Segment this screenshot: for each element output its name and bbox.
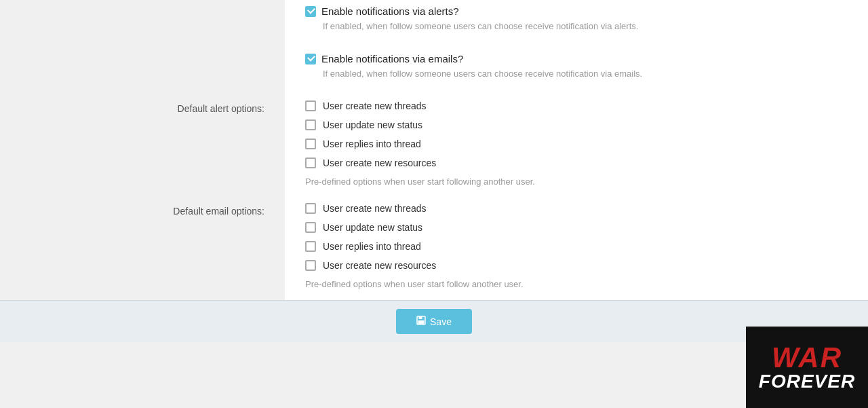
enable-alerts-input-col: Enable notifications via alerts? If enab…: [285, 0, 868, 48]
list-item: User create new threads: [305, 203, 868, 214]
list-item: User update new status: [305, 222, 868, 233]
save-label: Save: [430, 316, 452, 327]
alert-replies-checkbox[interactable]: [305, 138, 316, 149]
watermark: WAR FOREVER: [746, 327, 868, 342]
alert-replies-label[interactable]: User replies into thread: [323, 138, 421, 149]
alert-status-label[interactable]: User update new status: [323, 119, 422, 130]
enable-alerts-row: Enable notifications via alerts?: [305, 5, 868, 17]
footer: Save: [0, 300, 868, 342]
default-alert-options-label-col: Default alert options:: [0, 95, 285, 198]
list-item: User replies into thread: [305, 138, 868, 149]
default-email-options-col: User create new threads User update new …: [285, 198, 868, 300]
email-replies-label[interactable]: User replies into thread: [323, 241, 421, 252]
save-icon: [416, 316, 426, 327]
list-item: User create new resources: [305, 260, 868, 271]
enable-alerts-label[interactable]: Enable notifications via alerts?: [321, 5, 459, 17]
email-resources-checkbox[interactable]: [305, 260, 316, 271]
svg-rect-1: [419, 316, 422, 319]
alert-threads-checkbox[interactable]: [305, 100, 316, 111]
enable-alerts-checkbox[interactable]: [305, 6, 316, 17]
enable-emails-label-col: [0, 48, 285, 95]
enable-emails-row: Enable notifications via emails?: [305, 53, 868, 64]
enable-emails-label[interactable]: Enable notifications via emails?: [321, 53, 463, 64]
enable-alerts-description: If enabled, when follow someone users ca…: [323, 21, 868, 31]
default-alert-options-col: User create new threads User update new …: [285, 95, 868, 198]
alert-resources-checkbox[interactable]: [305, 157, 316, 168]
default-email-options-section: Default email options: User create new t…: [0, 198, 868, 300]
svg-rect-2: [418, 320, 425, 324]
email-options-hint: Pre-defined options when user start foll…: [305, 279, 868, 289]
alert-resources-label[interactable]: User create new resources: [323, 157, 436, 168]
list-item: User create new threads: [305, 100, 868, 111]
email-status-label[interactable]: User update new status: [323, 222, 422, 233]
email-threads-label[interactable]: User create new threads: [323, 203, 427, 214]
default-alert-options-section: Default alert options: User create new t…: [0, 95, 868, 198]
save-button[interactable]: Save: [396, 309, 472, 334]
page-container: Enable notifications via alerts? If enab…: [0, 0, 868, 342]
alert-threads-label[interactable]: User create new threads: [323, 100, 427, 111]
enable-emails-description: If enabled, when follow someone users ca…: [323, 69, 868, 79]
default-alert-options-label: Default alert options:: [178, 100, 264, 114]
email-status-checkbox[interactable]: [305, 222, 316, 233]
email-resources-label[interactable]: User create new resources: [323, 260, 436, 271]
enable-alerts-label-col: [0, 0, 285, 48]
list-item: User update new status: [305, 119, 868, 130]
email-threads-checkbox[interactable]: [305, 203, 316, 214]
email-replies-checkbox[interactable]: [305, 241, 316, 252]
alert-options-hint: Pre-defined options when user start foll…: [305, 177, 868, 187]
enable-emails-input-col: Enable notifications via emails? If enab…: [285, 48, 868, 95]
enable-alerts-section: Enable notifications via alerts? If enab…: [0, 0, 868, 48]
list-item: User create new resources: [305, 157, 868, 168]
list-item: User replies into thread: [305, 241, 868, 252]
default-email-options-label: Default email options:: [173, 203, 264, 217]
enable-emails-checkbox[interactable]: [305, 54, 316, 64]
alert-status-checkbox[interactable]: [305, 119, 316, 130]
enable-emails-section: Enable notifications via emails? If enab…: [0, 48, 868, 95]
default-email-options-label-col: Default email options:: [0, 198, 285, 300]
